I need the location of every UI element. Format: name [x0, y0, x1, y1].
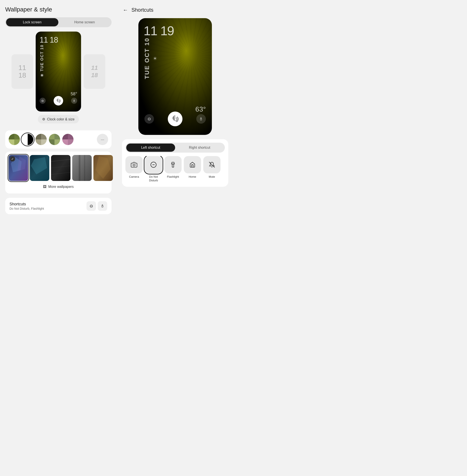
phone-date-vertical: ☀ TUE OCT 10	[39, 45, 44, 77]
style-card-right[interactable]: 1118	[84, 54, 105, 89]
lock-screen-tab[interactable]: Lock screen	[6, 18, 58, 26]
clock-settings-label: Clock color & size	[47, 117, 74, 121]
large-phone-wallpaper: 11 19 TUE OCT 10 ☀ 63° ⊖ 🕯	[138, 18, 212, 135]
large-phone-sun-icon: ☀	[152, 56, 158, 61]
wallpaper-thumb-4[interactable]	[72, 155, 92, 181]
flashlight-icon: 🕯	[100, 204, 105, 209]
do-not-disturb-option-label: Do NotDisturb	[149, 175, 158, 182]
page-title: Wallpaper & style	[5, 6, 112, 13]
wallpaper-thumb-1[interactable]: ✓	[9, 155, 28, 181]
style-card-right-time: 1118	[91, 64, 98, 79]
left-shortcut-tab[interactable]: Left shortcut	[126, 143, 175, 152]
left-panel: Wallpaper & style Lock screen Home scree…	[0, 0, 117, 238]
wallpaper-thumb-2[interactable]	[30, 155, 49, 181]
shortcut-option-camera[interactable]: Camera	[125, 156, 143, 179]
large-phone-shortcut-right: 🕯	[196, 114, 206, 124]
shortcut-tab-selector: Left shortcut Right shortcut	[125, 143, 225, 153]
large-phone-preview: 11 19 TUE OCT 10 ☀ 63° ⊖ 🕯	[138, 18, 212, 135]
more-wallpapers-button[interactable]: 🖼 More wallpapers	[9, 183, 108, 190]
wallpaper-thumb-3[interactable]	[51, 155, 70, 181]
shortcut-option-flashlight[interactable]: Flashlight	[164, 156, 182, 179]
phone-date-row: ☀ TUE OCT 10	[39, 45, 44, 77]
shortcut-options-row: Camera Do NotDisturb	[125, 156, 225, 183]
svg-rect-17	[172, 164, 174, 167]
clock-settings-button[interactable]: ⚙ Clock color & size	[38, 115, 79, 123]
mute-option-icon	[203, 156, 221, 173]
shortcuts-icons: ⊖ 🕯	[87, 201, 107, 211]
shortcuts-subtitle: Do Not Disturb, Flashlight	[10, 207, 44, 210]
color-swatch-5[interactable]	[62, 134, 74, 145]
svg-rect-10	[79, 155, 80, 181]
home-option-icon	[184, 156, 201, 173]
shortcut-option-mute[interactable]: Mute	[203, 156, 221, 179]
svg-rect-9	[72, 155, 92, 181]
flashlight-option-icon	[164, 156, 182, 173]
color-swatch-4[interactable]	[49, 134, 60, 145]
color-swatch-1[interactable]	[9, 134, 20, 145]
svg-rect-5	[51, 155, 70, 181]
flashlight-option-label: Flashlight	[167, 175, 179, 179]
phone-weather: 58°	[71, 91, 77, 96]
camera-option-icon	[125, 156, 143, 173]
large-phone-date-row: TUE OCT 10 ☀	[143, 38, 158, 79]
right-page-title: Shortcuts	[131, 7, 153, 13]
mute-option-label: Mute	[209, 175, 215, 179]
style-card-left[interactable]: 11 18	[12, 54, 33, 89]
image-icon: 🖼	[43, 185, 47, 189]
phone-fingerprint	[54, 96, 63, 105]
more-colors-icon: ···	[101, 137, 104, 142]
large-phone-weather: 63°	[195, 105, 206, 113]
svg-rect-11	[84, 155, 85, 181]
phone-shortcut-right: 🕯	[71, 98, 77, 104]
color-swatch-2[interactable]	[22, 134, 33, 145]
wallpaper-thumb-5[interactable]	[93, 155, 113, 181]
home-option-label: Home	[189, 175, 196, 179]
camera-option-label: Camera	[129, 175, 139, 179]
screen-tab-selector: Lock screen Home screen	[5, 17, 112, 27]
shortcut-option-do-not-disturb[interactable]: Do NotDisturb	[145, 156, 162, 182]
style-card-left-time: 11 18	[18, 64, 26, 79]
shortcuts-right-icon-button[interactable]: 🕯	[98, 201, 107, 211]
selected-check: ✓	[10, 156, 15, 161]
right-panel: ← Shortcuts 11 19 TUE OCT 10 ☀ 63°	[117, 0, 234, 238]
more-colors-button[interactable]: ···	[97, 134, 108, 145]
do-not-disturb-icon: ⊖	[90, 203, 93, 209]
back-button[interactable]: ←	[122, 6, 129, 14]
home-screen-tab[interactable]: Home screen	[58, 18, 111, 26]
phone-preview-main: 11 18 ☀ TUE OCT 10 58°	[36, 32, 81, 112]
wallpaper-thumbs-row: ✓	[9, 155, 108, 181]
shortcuts-title: Shortcuts	[10, 202, 44, 206]
large-phone-shortcut-left: ⊖	[144, 114, 154, 124]
color-swatches-card: ···	[5, 130, 112, 149]
large-phone-fingerprint	[168, 112, 182, 126]
wallpaper-thumbs-card: ✓	[5, 152, 112, 193]
right-header: ← Shortcuts	[122, 6, 228, 14]
wallpaper-preview-section: 11 18 11 18 ☀ TUE OCT 10 58°	[5, 32, 112, 112]
shortcuts-left-icon-button[interactable]: ⊖	[87, 201, 96, 211]
large-phone-date-vertical: TUE OCT 10	[143, 38, 151, 79]
shortcut-option-home[interactable]: Home	[184, 156, 201, 179]
svg-point-14	[133, 164, 135, 166]
shortcuts-text: Shortcuts Do Not Disturb, Flashlight	[10, 202, 44, 210]
phone-wallpaper: 11 18 ☀ TUE OCT 10 58°	[36, 32, 81, 112]
large-phone-time: 11 19	[143, 23, 174, 38]
more-wallpapers-label: More wallpapers	[48, 185, 74, 189]
do-not-disturb-option-icon	[145, 156, 162, 173]
color-swatch-3[interactable]	[36, 134, 47, 145]
shortcut-selector-card: Left shortcut Right shortcut Camera	[122, 139, 228, 187]
shortcuts-section: Shortcuts Do Not Disturb, Flashlight ⊖ 🕯	[5, 198, 112, 214]
right-shortcut-tab[interactable]: Right shortcut	[175, 143, 224, 152]
gear-icon: ⚙	[42, 117, 45, 121]
svg-line-18	[209, 162, 215, 167]
phone-shortcut-left: ⊖	[39, 98, 46, 104]
phone-time: 11 18	[39, 36, 58, 45]
